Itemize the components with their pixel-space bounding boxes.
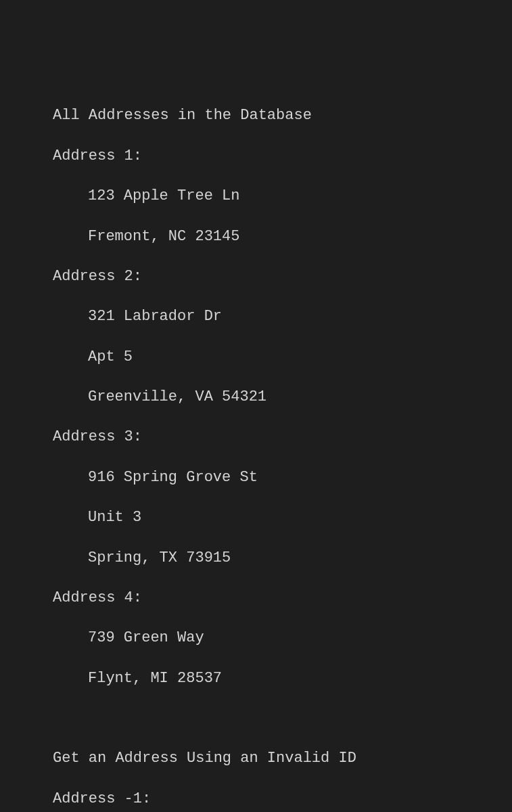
section-title: All Addresses in the Database xyxy=(53,106,512,126)
address-label: Address 3: xyxy=(53,427,512,447)
address-line: Apt 5 xyxy=(53,347,512,367)
address-line: Spring, TX 73915 xyxy=(53,548,512,568)
terminal-output: All Addresses in the Database Address 1:… xyxy=(53,86,512,812)
address-line: Fremont, NC 23145 xyxy=(53,227,512,247)
address-label: Address 2: xyxy=(53,267,512,287)
address-line: Unit 3 xyxy=(53,508,512,528)
address-label: Address 4: xyxy=(53,588,512,608)
address-line: 123 Apple Tree Ln xyxy=(53,186,512,206)
address-line: 739 Green Way xyxy=(53,628,512,648)
section-title: Get an Address Using an Invalid ID xyxy=(53,748,512,769)
address-line: Flynt, MI 28537 xyxy=(53,669,512,689)
address-line: Greenville, VA 54321 xyxy=(53,387,512,407)
address-line: 321 Labrador Dr xyxy=(53,307,512,327)
address-label: Address -1: xyxy=(53,789,512,809)
address-line: 916 Spring Grove St xyxy=(53,468,512,488)
blank-line xyxy=(53,708,512,729)
address-label: Address 1: xyxy=(53,146,512,166)
